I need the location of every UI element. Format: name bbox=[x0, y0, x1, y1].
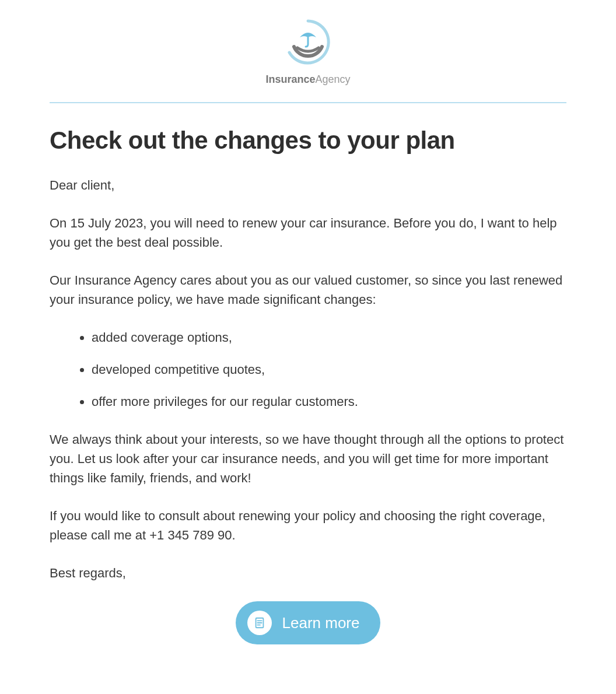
paragraph-1: On 15 July 2023, you will need to renew … bbox=[50, 213, 566, 252]
email-container: InsuranceAgency Check out the changes to… bbox=[0, 0, 616, 679]
paragraph-3: We always think about your interests, so… bbox=[50, 430, 566, 488]
signoff: Best regards, bbox=[50, 563, 566, 583]
body-text: Dear client, On 15 July 2023, you will n… bbox=[50, 176, 566, 583]
paragraph-4: If you would like to consult about renew… bbox=[50, 506, 566, 545]
page-title: Check out the changes to your plan bbox=[50, 127, 566, 155]
document-icon bbox=[247, 611, 272, 635]
list-item: offer more privileges for our regular cu… bbox=[92, 392, 566, 411]
bullet-list: added coverage options, developed compet… bbox=[50, 328, 566, 411]
learn-more-button[interactable]: Learn more bbox=[236, 601, 381, 644]
cta-label: Learn more bbox=[282, 614, 360, 632]
list-item: added coverage options, bbox=[92, 328, 566, 347]
divider bbox=[50, 102, 566, 103]
brand-bold-text: Insurance bbox=[265, 73, 315, 85]
cta-wrap: Learn more bbox=[50, 601, 566, 644]
paragraph-2: Our Insurance Agency cares about you as … bbox=[50, 271, 566, 309]
logo-block: InsuranceAgency bbox=[50, 17, 566, 86]
list-item: developed competitive quotes, bbox=[92, 360, 566, 379]
brand-name: InsuranceAgency bbox=[50, 73, 566, 86]
logo-icon bbox=[284, 17, 332, 66]
greeting: Dear client, bbox=[50, 176, 566, 195]
brand-light-text: Agency bbox=[316, 73, 351, 85]
